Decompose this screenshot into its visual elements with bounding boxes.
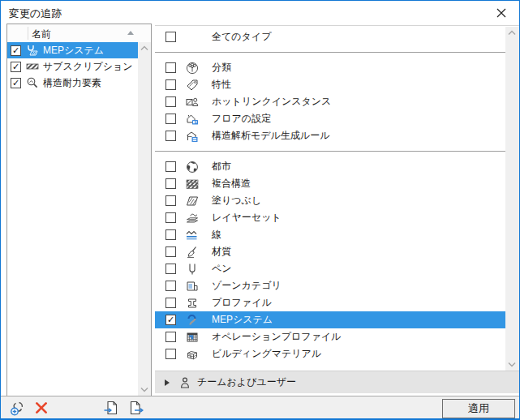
delete-x-icon: [34, 401, 49, 415]
list-item-label: 構造耐力要素: [43, 76, 101, 90]
checkbox[interactable]: ✓: [165, 315, 176, 325]
list-item[interactable]: ビルディングマテリアル: [155, 345, 505, 362]
export-button[interactable]: [126, 399, 147, 417]
group-separator: [155, 151, 505, 152]
list-item[interactable]: 全てのタイプ: [155, 28, 505, 45]
checkbox[interactable]: [165, 229, 176, 240]
team-users-section[interactable]: チームおよびユーザー: [155, 371, 519, 393]
list-item-label: サブスクリプション: [43, 60, 133, 74]
checkbox[interactable]: [165, 281, 176, 291]
list-item[interactable]: ✓ MEPシステム: [155, 311, 505, 328]
title-bar[interactable]: 変更の追跡: [1, 1, 519, 24]
close-icon: [496, 8, 506, 18]
checkbox[interactable]: [165, 178, 176, 189]
checkbox[interactable]: [165, 349, 176, 359]
element-types-list: 全てのタイプ 分類: [155, 27, 505, 371]
expand-right-icon[interactable]: [165, 379, 170, 386]
list-item[interactable]: レイヤーセット: [155, 209, 505, 226]
checkbox[interactable]: [165, 332, 176, 342]
subscription-icon: [25, 60, 40, 73]
checkbox[interactable]: [165, 62, 176, 73]
city-icon: [184, 161, 200, 174]
checkbox[interactable]: [165, 161, 176, 172]
track-changes-dialog: 変更の追跡 名前 ✓ MEPシステム: [0, 0, 520, 420]
scroll-down-icon[interactable]: [140, 387, 148, 392]
checkbox[interactable]: [165, 246, 176, 257]
list-item[interactable]: ホットリンクインスタンス: [155, 93, 505, 110]
apply-button[interactable]: 適用: [442, 399, 515, 418]
footer-bar: 適用: [1, 396, 519, 418]
checkbox[interactable]: [165, 298, 176, 308]
list-item[interactable]: ペン: [155, 260, 505, 277]
list-item-label: 特性: [212, 78, 231, 92]
scrollbar[interactable]: [138, 42, 151, 396]
checkbox[interactable]: ✓: [11, 45, 21, 56]
list-item-label: 塗りつぶし: [212, 194, 261, 208]
list-item[interactable]: 線: [155, 226, 505, 243]
list-item[interactable]: プロファイル: [155, 294, 505, 311]
layer-set-icon: [184, 212, 200, 225]
checkbox[interactable]: ✓: [11, 78, 21, 88]
list-item-label: MEPシステム: [43, 44, 104, 58]
close-button[interactable]: [488, 4, 514, 22]
list-item-label: オペレーションプロファイル: [212, 330, 341, 344]
profile-icon: [184, 297, 200, 310]
checkbox[interactable]: [165, 212, 176, 223]
list-item[interactable]: ゾーンカテゴリ: [155, 277, 505, 294]
list-item-label: プロファイル: [212, 296, 272, 310]
list-item[interactable]: 構造解析モデル生成ルール: [155, 127, 505, 144]
export-file-icon: [129, 401, 144, 415]
checkbox[interactable]: ✓: [11, 62, 21, 72]
list-item[interactable]: 分類: [155, 59, 505, 76]
import-button[interactable]: [101, 399, 122, 417]
list-item-label: 材質: [212, 245, 231, 259]
scroll-up-icon[interactable]: [140, 45, 148, 51]
list-item-label: レイヤーセット: [212, 211, 281, 225]
checkbox[interactable]: [165, 131, 176, 141]
delete-change-button[interactable]: [31, 399, 52, 417]
fill-icon: [184, 195, 200, 208]
scrollbar[interactable]: [505, 27, 519, 371]
sort-ascending-icon[interactable]: [127, 31, 134, 35]
list-item[interactable]: ✓ サブスクリプション: [7, 58, 138, 75]
name-column-header[interactable]: 名前: [32, 28, 51, 41]
add-change-button[interactable]: [7, 399, 28, 417]
list-item[interactable]: オペレーションプロファイル: [155, 328, 505, 345]
list-item-label: MEPシステム: [212, 313, 273, 327]
operation-profile-icon: [184, 331, 200, 344]
structural-element-icon: [25, 76, 40, 89]
building-material-icon: [184, 348, 200, 361]
surface-icon: [184, 246, 200, 259]
group-separator: [155, 52, 505, 53]
mep-system-icon: [184, 314, 200, 327]
change-sets-panel: 名前 ✓ MEPシステム ✓: [6, 24, 152, 396]
checkbox[interactable]: [165, 114, 176, 124]
list-item-label: ペン: [212, 262, 232, 276]
apply-button-label: 適用: [468, 401, 489, 416]
story-settings-icon: [184, 113, 200, 126]
no-icon: [184, 31, 200, 44]
list-item[interactable]: 都市: [155, 158, 505, 175]
list-item[interactable]: ✓ 構造耐力要素: [7, 75, 138, 91]
checkbox[interactable]: [165, 79, 176, 90]
list-item[interactable]: 複合構造: [155, 175, 505, 192]
scroll-down-icon[interactable]: [508, 362, 516, 367]
structural-analysis-rules-icon: [184, 130, 200, 143]
checkbox[interactable]: [165, 96, 176, 107]
list-item-label: フロアの設定: [212, 112, 271, 126]
scroll-up-icon[interactable]: [508, 30, 516, 36]
pen-icon: [184, 263, 200, 276]
list-item-label: ホットリンクインスタンス: [212, 95, 331, 109]
properties-icon: [184, 79, 200, 92]
add-change-icon: [9, 400, 27, 416]
checkbox[interactable]: [165, 195, 176, 206]
list-item[interactable]: 塗りつぶし: [155, 192, 505, 209]
checkbox[interactable]: [165, 32, 176, 42]
list-item[interactable]: 材質: [155, 243, 505, 260]
list-item-label: 線: [212, 228, 221, 242]
list-item[interactable]: フロアの設定: [155, 110, 505, 127]
list-item[interactable]: 特性: [155, 76, 505, 93]
list-item[interactable]: ✓ MEPシステム: [7, 42, 138, 58]
list-header[interactable]: 名前: [7, 24, 151, 43]
checkbox[interactable]: [165, 264, 176, 274]
